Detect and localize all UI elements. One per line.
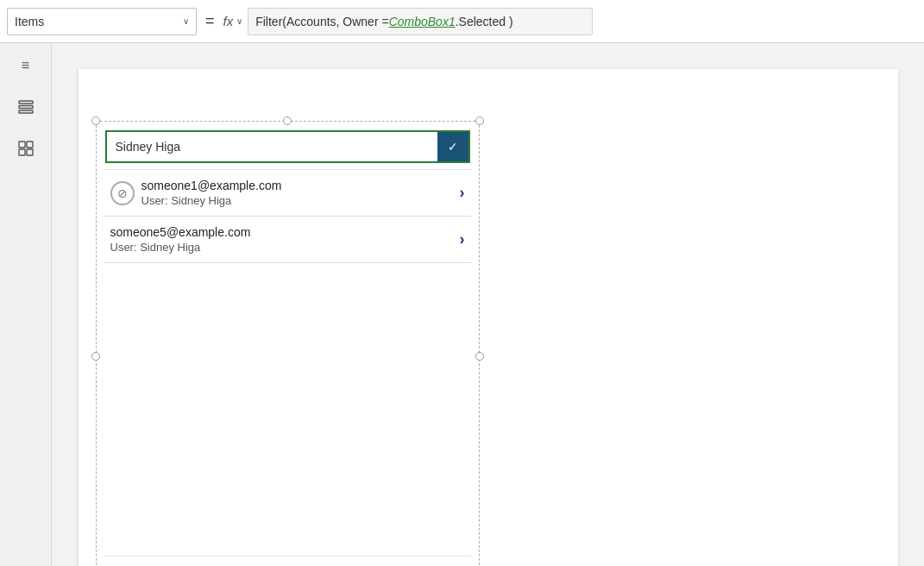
- svg-rect-5: [19, 149, 25, 155]
- layers-icon: [16, 97, 35, 116]
- combobox[interactable]: Sidney Higa ✓: [105, 130, 470, 163]
- combobox-dropdown-button[interactable]: ✓: [437, 132, 468, 161]
- sidebar-item-grid[interactable]: [14, 136, 38, 160]
- gallery-empty-area: [104, 263, 472, 557]
- handle-top-left[interactable]: [91, 116, 100, 125]
- items-chevron-icon: ∨: [183, 16, 189, 26]
- formula-filter-text: Filter(: [255, 15, 286, 28]
- combobox-chevron-icon: ✓: [448, 140, 458, 154]
- handle-middle-left[interactable]: [91, 352, 100, 361]
- item-content: someone1@example.com User: Sidney Higa: [141, 179, 453, 207]
- canvas-board: Sidney Higa ✓ ⊘ someone1@example: [79, 69, 898, 566]
- svg-rect-6: [27, 149, 33, 155]
- sidebar-item-layers[interactable]: [14, 95, 38, 119]
- item-navigate-icon[interactable]: ›: [453, 230, 465, 248]
- item-navigate-icon[interactable]: ›: [453, 184, 465, 202]
- formula-accounts-text: Accounts, Owner =: [286, 15, 389, 28]
- combobox-selected-value: Sidney Higa: [107, 140, 437, 154]
- fx-icon: fx: [223, 14, 234, 28]
- item-user-label: User: Sidney Higa: [141, 194, 453, 207]
- svg-rect-2: [19, 110, 33, 113]
- grid-icon: [16, 139, 35, 158]
- handle-top-center[interactable]: [283, 116, 292, 125]
- gallery-list: ⊘ someone1@example.com User: Sidney Higa…: [104, 169, 472, 557]
- item-email: someone1@example.com: [141, 179, 453, 192]
- hamburger-menu-icon: ≡: [22, 58, 29, 73]
- item-circle-slash-icon: ⊘: [117, 186, 128, 200]
- gallery-item[interactable]: ⊘ someone1@example.com User: Sidney Higa…: [104, 169, 472, 217]
- svg-rect-1: [19, 106, 33, 109]
- item-status-icon: ⊘: [110, 181, 135, 205]
- items-dropdown[interactable]: Items ∨: [7, 8, 197, 35]
- gallery-component[interactable]: Sidney Higa ✓ ⊘ someone1@example: [96, 121, 480, 566]
- gallery-item[interactable]: someone5@example.com User: Sidney Higa ›: [104, 217, 472, 263]
- equals-sign: =: [202, 12, 218, 30]
- svg-rect-0: [19, 101, 33, 104]
- main-area: ≡: [0, 43, 924, 566]
- formula-combobox-ref: ComboBox1: [389, 15, 456, 28]
- combobox-container: Sidney Higa ✓: [105, 130, 470, 163]
- item-content: someone5@example.com User: Sidney Higa: [110, 225, 453, 254]
- item-user-label: User: Sidney Higa: [110, 241, 453, 254]
- formula-bar: Items ∨ = fx ∨ Filter( Accounts, Owner =…: [0, 0, 924, 43]
- canvas-area: Sidney Higa ✓ ⊘ someone1@example: [52, 43, 924, 566]
- sidebar: ≡: [0, 43, 52, 566]
- fx-chevron-icon: ∨: [236, 16, 242, 26]
- formula-suffix-text: .Selected ): [456, 15, 513, 28]
- formula-expression[interactable]: Filter( Accounts, Owner = ComboBox1 .Sel…: [248, 8, 593, 35]
- items-label: Items: [15, 15, 44, 28]
- svg-rect-4: [27, 142, 33, 148]
- handle-top-right[interactable]: [475, 116, 484, 125]
- item-email: someone5@example.com: [110, 225, 453, 239]
- handle-middle-right[interactable]: [475, 352, 484, 361]
- sidebar-item-hamburger[interactable]: ≡: [14, 53, 38, 78]
- svg-rect-3: [19, 142, 25, 148]
- fx-area: fx ∨: [223, 14, 243, 28]
